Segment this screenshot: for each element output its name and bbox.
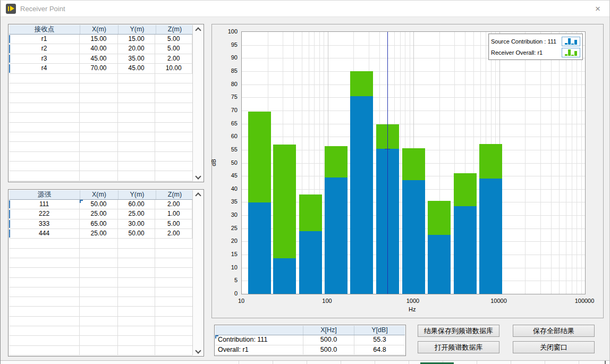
- table-cell[interactable]: [118, 278, 156, 287]
- table-cell[interactable]: [118, 346, 156, 355]
- table-cell[interactable]: [80, 113, 118, 122]
- table-cell[interactable]: [118, 123, 156, 132]
- table-cell[interactable]: [80, 142, 118, 151]
- table-cell[interactable]: [9, 287, 80, 297]
- table-cell[interactable]: 5.00: [155, 35, 192, 44]
- table-cell[interactable]: [155, 123, 192, 132]
- table-cell[interactable]: [80, 93, 118, 102]
- table-cell[interactable]: 70.00: [80, 64, 118, 73]
- table-cell[interactable]: [9, 74, 80, 83]
- table-cell[interactable]: [155, 93, 192, 102]
- table-cell[interactable]: [118, 297, 156, 306]
- table-cell[interactable]: [118, 268, 156, 277]
- table-cell[interactable]: [80, 287, 118, 297]
- table-cell[interactable]: [118, 103, 156, 112]
- table-cell[interactable]: [118, 162, 156, 171]
- table-cell[interactable]: 40.00: [80, 44, 118, 53]
- table-cell[interactable]: 60.00: [118, 200, 156, 209]
- table-cell[interactable]: [118, 336, 156, 345]
- table-cell[interactable]: [118, 307, 156, 316]
- table-cell[interactable]: [155, 239, 192, 248]
- legend-item[interactable]: Receiver Overall: r1: [491, 47, 580, 58]
- table-cell[interactable]: [118, 152, 156, 161]
- table-cell[interactable]: 20.00: [118, 44, 156, 53]
- table-cell[interactable]: [9, 249, 80, 258]
- scroll-down-arrow-icon[interactable]: [193, 346, 203, 355]
- table-cell[interactable]: [80, 307, 118, 316]
- table-cell[interactable]: [9, 278, 80, 287]
- table-cell[interactable]: 444: [9, 229, 80, 238]
- table-cell[interactable]: [9, 336, 80, 345]
- table-cell[interactable]: [9, 152, 80, 161]
- table-cell[interactable]: r4: [9, 64, 80, 73]
- cursor-readout-table[interactable]: X[Hz]Y[dB]Contribution: 111500.055.3Over…: [214, 325, 406, 356]
- table-cell[interactable]: [80, 336, 118, 345]
- table-cell[interactable]: [155, 103, 192, 112]
- table-cell[interactable]: 15.00: [118, 35, 156, 44]
- table-cell[interactable]: [80, 258, 118, 267]
- table-cell[interactable]: 45.00: [80, 54, 118, 63]
- table-cell[interactable]: 5.00: [155, 219, 192, 228]
- table-cell[interactable]: [9, 162, 80, 171]
- table-cell[interactable]: [9, 113, 80, 122]
- table-cell[interactable]: r1: [9, 35, 80, 44]
- table-cell[interactable]: [80, 278, 118, 287]
- table-cell[interactable]: [80, 123, 118, 132]
- table-cell[interactable]: [155, 268, 192, 277]
- table-cell[interactable]: [155, 307, 192, 316]
- table-cell[interactable]: [9, 297, 80, 306]
- table-cell[interactable]: 111: [9, 200, 80, 209]
- table-cell[interactable]: Contribution: 111: [215, 335, 303, 345]
- table-cell[interactable]: 2.00: [155, 200, 192, 209]
- table-cell[interactable]: [80, 171, 118, 180]
- table-cell[interactable]: [80, 317, 118, 326]
- open-spectrum-db-button[interactable]: 打开频谱数据库: [418, 341, 499, 353]
- save-to-spectrum-db-button[interactable]: 结果保存到频谱数据库: [418, 325, 499, 337]
- table-cell[interactable]: Overall: r1: [215, 345, 303, 355]
- scroll-down-arrow-icon[interactable]: [193, 172, 203, 181]
- table-cell[interactable]: [118, 258, 156, 267]
- close-icon[interactable]: ×: [591, 3, 604, 15]
- table-cell[interactable]: [80, 103, 118, 112]
- table-cell[interactable]: [118, 93, 156, 102]
- vertical-scrollbar[interactable]: [192, 190, 203, 355]
- table-cell[interactable]: [9, 103, 80, 112]
- table-cell[interactable]: [155, 113, 192, 122]
- table-cell[interactable]: [118, 132, 156, 141]
- table-cell[interactable]: 25.00: [118, 209, 156, 218]
- table-cell[interactable]: [155, 317, 192, 326]
- table-cell[interactable]: 333: [9, 219, 80, 228]
- table-cell[interactable]: [80, 268, 118, 277]
- table-cell[interactable]: [155, 258, 192, 267]
- table-cell[interactable]: [118, 74, 156, 83]
- table-cell[interactable]: [9, 83, 80, 92]
- table-cell[interactable]: [118, 317, 156, 326]
- table-cell[interactable]: 15.00: [80, 35, 118, 44]
- table-cell[interactable]: [155, 171, 192, 180]
- table-cell[interactable]: [118, 171, 156, 180]
- table-cell[interactable]: [118, 287, 156, 297]
- table-cell[interactable]: 222: [9, 209, 80, 218]
- spectrum-chart[interactable]: 0510152025303540455055606570758085909510…: [211, 24, 604, 318]
- table-cell[interactable]: 10.00: [155, 64, 192, 73]
- table-cell[interactable]: [155, 336, 192, 345]
- table-cell[interactable]: [155, 297, 192, 306]
- legend-item[interactable]: Source Contribution : 111: [491, 36, 580, 47]
- table-cell[interactable]: [9, 346, 80, 355]
- table-cell[interactable]: 500.0: [303, 335, 354, 345]
- table-cell[interactable]: [9, 93, 80, 102]
- table-cell[interactable]: [155, 346, 192, 355]
- table-cell[interactable]: 45.00: [118, 64, 156, 73]
- table-cell[interactable]: 50.00: [118, 229, 156, 238]
- table-cell[interactable]: 65.00: [80, 219, 118, 228]
- table-cell[interactable]: 1.00: [155, 209, 192, 218]
- table-cell[interactable]: 35.00: [118, 54, 156, 63]
- table-cell[interactable]: r3: [9, 54, 80, 63]
- table-cell[interactable]: [80, 249, 118, 258]
- table-cell[interactable]: [118, 142, 156, 151]
- table-cell[interactable]: 64.8: [354, 345, 405, 355]
- table-cell[interactable]: 500.0: [303, 345, 354, 355]
- plot-area[interactable]: [241, 31, 586, 294]
- table-cell[interactable]: [80, 326, 118, 335]
- vertical-scrollbar[interactable]: [192, 25, 203, 181]
